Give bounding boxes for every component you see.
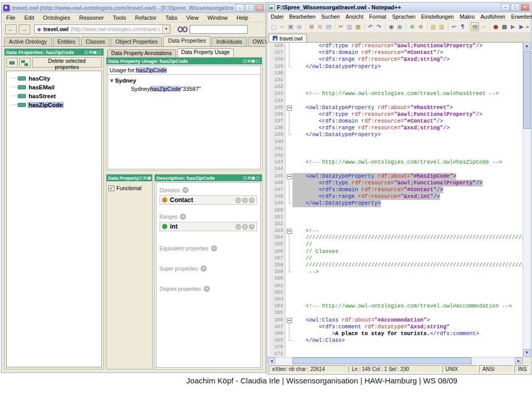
- code-text[interactable]: <rdfs:range rdf:resource="&xsd;int"/>: [292, 193, 440, 200]
- code-text[interactable]: <!--: [292, 228, 318, 234]
- tree-item[interactable]: hasStreet: [7, 91, 101, 100]
- code-text[interactable]: <owl:Class rdf:about="#Accommodation">: [292, 317, 430, 324]
- add-icon[interactable]: +: [204, 286, 210, 292]
- code-text[interactable]: <rdfs:domain rdf:resource="#Contact"/>: [292, 118, 443, 125]
- ontology-combobox[interactable]: ◈ travel.owl (http://www.owl-ontologies.…: [34, 24, 170, 34]
- redo-icon[interactable]: ↷: [375, 22, 383, 31]
- menu-item[interactable]: Help: [236, 15, 248, 21]
- panel-window-icons[interactable]: ◫⊟▣▢: [85, 50, 102, 55]
- menu-item[interactable]: Ansicht: [345, 14, 363, 20]
- add-icon[interactable]: +: [182, 187, 189, 193]
- code-line[interactable]: 142: [268, 152, 523, 159]
- find-icon[interactable]: ◉: [388, 22, 395, 31]
- annotate-icon[interactable]: ▫: [235, 224, 241, 230]
- menu-item[interactable]: File: [6, 15, 16, 21]
- stop-macro-icon[interactable]: ■: [500, 22, 508, 31]
- code-line[interactable]: 128 <rdfs:range rdf:resource="&xsd;strin…: [268, 56, 523, 63]
- panel-window-icons[interactable]: ◫⊟▣⊠: [139, 176, 152, 180]
- code-line[interactable]: 138 <rdfs:range rdf:resource="&xsd;strin…: [268, 125, 523, 131]
- minimize-button[interactable]: ─: [501, 4, 510, 11]
- save-icon[interactable]: ▣: [287, 22, 295, 31]
- tree-item[interactable]: hasCity: [7, 74, 101, 83]
- close-file-icon[interactable]: ⊠: [308, 22, 315, 31]
- back-button[interactable]: ←: [5, 24, 17, 34]
- code-line[interactable]: 129 </owl:DatatypeProperty>: [268, 63, 523, 70]
- menu-item[interactable]: Bearbeiten: [289, 14, 316, 20]
- code-line[interactable]: 131: [268, 77, 523, 84]
- menu-item[interactable]: Window: [207, 15, 228, 21]
- code-line[interactable]: 159 -->: [268, 269, 523, 275]
- code-line[interactable]: 156 // Classes: [268, 248, 523, 255]
- code-line[interactable]: 164 <!-- http://www.owl-ontologies.com/t…: [268, 303, 523, 310]
- code-line[interactable]: 127 <rdfs:domain rdf:resource="#Contact"…: [268, 49, 523, 56]
- add-icon[interactable]: +: [211, 245, 217, 251]
- chevron-down-icon[interactable]: ▼: [162, 25, 170, 33]
- code-line[interactable]: 151: [268, 214, 523, 221]
- code-text[interactable]: //: [292, 241, 312, 248]
- notepad-titlebar[interactable]: F:\Spree_Wissensorga\travel.owl - Notepa…: [267, 3, 531, 12]
- code-line[interactable]: 137 <rdfs:domain rdf:resource="#Contact"…: [268, 118, 523, 125]
- play-macro-icon[interactable]: ▶: [509, 22, 517, 31]
- code-text[interactable]: <rdfs:domain rdf:resource="#Contact"/>: [292, 49, 443, 56]
- code-line[interactable]: 157 //: [268, 255, 523, 262]
- code-text[interactable]: >A place to stay for tourists.</rdfs:com…: [292, 330, 479, 337]
- code-line[interactable]: 167 <rdfs:comment rdf:datatype="&xsd;str…: [268, 324, 523, 330]
- new-file-icon[interactable]: ▢: [270, 22, 277, 31]
- cut-icon[interactable]: ✂: [337, 22, 345, 31]
- usage-tree-root[interactable]: ▼ Sydney: [110, 76, 260, 85]
- code-line[interactable]: 165: [268, 310, 523, 316]
- code-line[interactable]: 144: [268, 166, 523, 172]
- word-wrap-icon[interactable]: ↩: [450, 22, 458, 31]
- show-paragraph-icon[interactable]: ¶: [459, 22, 467, 31]
- vertical-scroll-thumb[interactable]: [523, 51, 530, 129]
- code-text[interactable]: <!-- http://www.owl-ontologies.com/trave…: [292, 159, 502, 166]
- code-text[interactable]: <rdf:type rdf:resource="&owl;FunctionalP…: [292, 111, 483, 118]
- code-text[interactable]: <rdf:type rdf:resource="&owl;FunctionalP…: [292, 180, 483, 187]
- code-text[interactable]: // Classes: [292, 248, 338, 255]
- run-macro-icon[interactable]: ▶: [517, 22, 525, 31]
- code-line[interactable]: 149 </owl:DatatypeProperty>: [268, 200, 523, 207]
- menu-item[interactable]: Makro: [460, 14, 475, 20]
- forward-button[interactable]: →: [19, 24, 30, 34]
- menu-item[interactable]: Refactor: [135, 15, 157, 21]
- code-text[interactable]: <rdfs:range rdf:resource="&xsd;string"/>: [292, 125, 450, 131]
- tab-individuals[interactable]: Individuals: [211, 37, 247, 46]
- code-line[interactable]: 143 <!-- http://www.owl-ontologies.com/t…: [268, 159, 523, 166]
- scroll-left-button[interactable]: ◀: [268, 357, 275, 364]
- delete-icon[interactable]: ×: [242, 197, 248, 203]
- save-all-icon[interactable]: ▣: [295, 22, 303, 31]
- show-all-chars-icon[interactable]: ▤: [471, 22, 479, 31]
- zoom-in-icon[interactable]: ⊕: [408, 22, 416, 31]
- close-button[interactable]: ×: [521, 4, 529, 11]
- document-tab[interactable]: travel.owl: [269, 34, 307, 42]
- menu-item[interactable]: View: [187, 15, 199, 21]
- code-line[interactable]: 139 </owl:DatatypeProperty>: [268, 131, 523, 138]
- menu-item[interactable]: Ausführen: [481, 14, 506, 20]
- code-text[interactable]: ////////////////////////////////////////…: [292, 262, 523, 269]
- code-line[interactable]: 158 ////////////////////////////////////…: [268, 262, 523, 269]
- code-line[interactable]: 141: [268, 145, 523, 152]
- maximize-button[interactable]: □: [511, 4, 520, 11]
- code-line[interactable]: 146 <rdf:type rdf:resource="&owl;Functio…: [268, 180, 523, 187]
- fold-margin[interactable]: [286, 228, 292, 234]
- code-text[interactable]: <rdfs:comment rdf:datatype="&xsd;string": [292, 324, 450, 330]
- open-folder-icon[interactable]: ▱: [480, 22, 487, 31]
- menu-item[interactable]: Tools: [113, 15, 126, 21]
- code-line[interactable]: 148 <rdfs:range rdf:resource="&xsd;int"/…: [268, 193, 523, 200]
- tree-item[interactable]: hasEMail: [7, 83, 101, 91]
- split-view-icon[interactable]: ▥: [429, 22, 437, 31]
- code-text[interactable]: </owl:DatatypeProperty>: [292, 131, 381, 138]
- code-line[interactable]: 162: [268, 289, 523, 296]
- code-line[interactable]: 171: [268, 351, 523, 357]
- close-button[interactable]: ×: [255, 4, 264, 11]
- tab-object-properties[interactable]: Object Properties: [111, 37, 162, 46]
- code-text[interactable]: <rdfs:domain rdf:resource="#Contact"/>: [292, 187, 443, 193]
- code-line[interactable]: 136 <rdf:type rdf:resource="&owl;Functio…: [268, 111, 523, 118]
- add-icon[interactable]: +: [201, 265, 207, 272]
- menu-item[interactable]: Reasoner: [79, 15, 104, 21]
- add-icon[interactable]: +: [180, 214, 186, 220]
- code-text[interactable]: <!-- http://www.owl-ontologies.com/trave…: [292, 90, 499, 97]
- code-line[interactable]: 135 <owl:DatatypeProperty rdf:about="#ha…: [268, 104, 523, 111]
- code-line[interactable]: 133 <!-- http://www.owl-ontologies.com/t…: [268, 90, 523, 97]
- tree-item[interactable]: hasZipCode: [7, 100, 101, 109]
